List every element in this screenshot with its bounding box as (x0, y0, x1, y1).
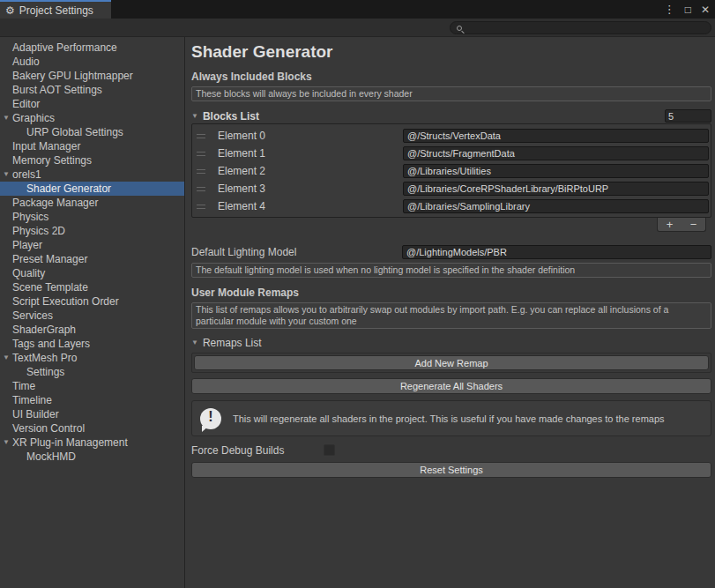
close-icon[interactable]: ✕ (701, 4, 710, 15)
sidebar-item-label: Audio (12, 56, 40, 68)
foldout-icon[interactable]: ▼ (3, 111, 10, 125)
sidebar-item-textmesh-pro[interactable]: ▼TextMesh Pro (0, 351, 184, 365)
sidebar-item-urp-global-settings[interactable]: URP Global Settings (0, 125, 184, 139)
window-menu-icon[interactable]: ⋮ (664, 4, 675, 15)
sidebar-item-shader-generator[interactable]: Shader Generator (0, 182, 184, 196)
sidebar-item-tmp-settings[interactable]: Settings (0, 365, 184, 379)
sidebar-item-timeline[interactable]: Timeline (0, 393, 184, 407)
add-element-button[interactable]: + (667, 219, 674, 230)
sidebar-item-label: Adaptive Performance (12, 41, 117, 54)
settings-content: Shader Generator Always Included Blocks … (185, 37, 715, 588)
always-included-helpbox: These blocks will always be included in … (191, 86, 711, 101)
remaps-list-label: Remaps List (203, 337, 262, 349)
sidebar-item-quality[interactable]: Quality (0, 266, 184, 280)
sidebar-item-script-execution-order[interactable]: Script Execution Order (0, 294, 184, 309)
sidebar-item-player[interactable]: Player (0, 238, 184, 252)
tab-project-settings[interactable]: ⚙ Project Settings (0, 0, 111, 19)
sidebar-item-orels1[interactable]: ▼orels1 (0, 167, 184, 182)
sidebar-item-memory-settings[interactable]: Memory Settings (0, 153, 184, 167)
sidebar-item-graphics[interactable]: ▼Graphics (0, 111, 184, 125)
list-item: Element 1 (192, 145, 711, 162)
blocks-list-header: ▼ Blocks List (191, 108, 711, 123)
sidebar-item-label: UI Builder (12, 408, 59, 421)
drag-handle-icon[interactable] (197, 187, 205, 191)
element-3-field[interactable] (403, 182, 709, 196)
titlebar: ⚙ Project Settings ⋮ □ ✕ (0, 0, 715, 19)
default-lighting-model-label: Default Lighting Model (191, 246, 402, 258)
sidebar-item-label: Input Manager (12, 140, 80, 153)
sidebar-item-bakery-gpu-lightmapper[interactable]: Bakery GPU Lightmapper (0, 69, 184, 83)
foldout-icon[interactable]: ▼ (3, 167, 10, 182)
drag-handle-icon[interactable] (197, 152, 205, 156)
sidebar-item-services[interactable]: Services (0, 309, 184, 323)
sidebar-item-xr-plugin-management[interactable]: ▼XR Plug-in Management (0, 435, 184, 450)
sidebar-item-label: TextMesh Pro (12, 352, 77, 364)
sidebar-item-shadergraph[interactable]: ShaderGraph (0, 323, 184, 337)
sidebar-item-adaptive-performance[interactable]: Adaptive Performance (0, 41, 184, 55)
sidebar-item-ui-builder[interactable]: UI Builder (0, 407, 184, 421)
sidebar-item-label: Services (12, 309, 53, 322)
sidebar-item-time[interactable]: Time (0, 379, 184, 393)
gear-icon: ⚙ (5, 5, 15, 16)
blocks-list-size-field[interactable] (665, 109, 711, 123)
foldout-icon[interactable]: ▼ (191, 112, 198, 120)
remaps-list-foldout[interactable]: ▼ Remaps List (191, 336, 711, 349)
element-4-field[interactable] (403, 199, 709, 213)
remaps-list-container: Add New Remap (191, 353, 711, 373)
sidebar-item-preset-manager[interactable]: Preset Manager (0, 252, 184, 266)
sidebar-item-physics[interactable]: Physics (0, 210, 184, 224)
settings-sidebar: Adaptive Performance Audio Bakery GPU Li… (0, 37, 185, 588)
sidebar-item-package-manager[interactable]: Package Manager (0, 196, 184, 210)
sidebar-item-label: Bakery GPU Lightmapper (12, 70, 133, 82)
force-debug-builds-checkbox[interactable] (324, 444, 335, 456)
sidebar-item-label: Package Manager (12, 197, 98, 209)
sidebar-item-label: ShaderGraph (12, 324, 76, 336)
drag-handle-icon[interactable] (197, 134, 205, 138)
list-item: Element 4 (192, 197, 711, 215)
sidebar-item-physics-2d[interactable]: Physics 2D (0, 224, 184, 238)
list-item: Element 3 (192, 180, 711, 197)
sidebar-item-editor[interactable]: Editor (0, 97, 184, 111)
force-debug-builds-row: Force Debug Builds (191, 443, 711, 457)
element-label: Element 1 (218, 147, 403, 160)
foldout-icon[interactable]: ▼ (3, 435, 10, 450)
sidebar-item-audio[interactable]: Audio (0, 55, 184, 69)
remove-element-button[interactable]: − (690, 219, 697, 230)
sidebar-item-label: Scene Template (12, 281, 88, 294)
search-input[interactable] (466, 22, 711, 33)
element-2-field[interactable] (403, 164, 709, 178)
blocks-list: Element 0 Element 1 Element 2 Element 3 (191, 123, 711, 218)
foldout-icon[interactable]: ▼ (191, 339, 198, 346)
search-box[interactable] (450, 21, 711, 34)
tab-title: Project Settings (19, 4, 93, 17)
sidebar-item-burst-aot-settings[interactable]: Burst AOT Settings (0, 83, 184, 97)
regenerate-all-shaders-button[interactable]: Regenerate All Shaders (191, 378, 711, 394)
element-1-field[interactable] (403, 146, 709, 160)
maximize-icon[interactable]: □ (685, 4, 691, 15)
reset-settings-button[interactable]: Reset Settings (191, 462, 711, 478)
sidebar-item-input-manager[interactable]: Input Manager (0, 139, 184, 153)
element-label: Element 3 (218, 182, 403, 195)
sidebar-item-label: MockHMD (26, 450, 76, 463)
element-label: Element 0 (218, 130, 403, 142)
sidebar-item-label: Settings (26, 366, 64, 378)
add-new-remap-button[interactable]: Add New Remap (194, 355, 709, 370)
sidebar-item-label: Memory Settings (12, 154, 92, 167)
sidebar-item-label: Editor (12, 98, 40, 110)
sidebar-item-version-control[interactable]: Version Control (0, 421, 184, 435)
element-0-field[interactable] (403, 129, 709, 143)
list-item: Element 0 (192, 127, 711, 145)
drag-handle-icon[interactable] (197, 205, 205, 209)
force-debug-builds-label: Force Debug Builds (191, 444, 324, 457)
sidebar-item-label: Script Execution Order (12, 295, 119, 308)
default-lighting-model-row: Default Lighting Model (191, 245, 711, 259)
sidebar-item-tags-and-layers[interactable]: Tags and Layers (0, 337, 184, 351)
default-lighting-model-field[interactable] (402, 245, 711, 259)
drag-handle-icon[interactable] (197, 169, 205, 174)
sidebar-item-label: Preset Manager (12, 253, 87, 265)
default-lighting-helpbox: The default lighting model is used when … (191, 263, 711, 278)
sidebar-item-scene-template[interactable]: Scene Template (0, 280, 184, 294)
blocks-list-label: Blocks List (203, 110, 259, 123)
sidebar-item-mockhmd[interactable]: MockHMD (0, 450, 184, 464)
foldout-icon[interactable]: ▼ (3, 351, 10, 365)
